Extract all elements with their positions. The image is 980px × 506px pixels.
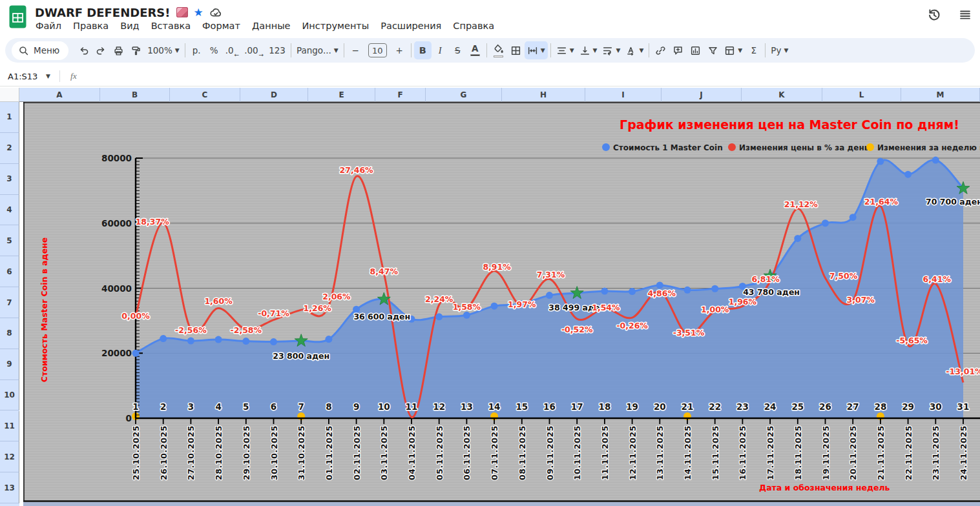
fill-color-button[interactable]	[490, 41, 507, 59]
row-header-2[interactable]: 2	[0, 133, 19, 164]
increase-font-size-button[interactable]: +	[391, 41, 408, 59]
price-point	[711, 285, 718, 292]
daily-change-label: 1,97%	[508, 299, 536, 309]
star-icon[interactable]: ★	[194, 7, 203, 18]
name-box[interactable]: A1:S13 ▼	[0, 72, 56, 81]
strikethrough-button[interactable]: S	[449, 41, 466, 59]
column-header-M[interactable]: M	[901, 88, 980, 102]
paint-format-button[interactable]	[127, 41, 145, 59]
menu-справка[interactable]: Справка	[447, 19, 500, 33]
increase-decimal-button[interactable]: .00→	[242, 41, 266, 59]
bold-button[interactable]: B	[414, 41, 432, 59]
column-header-B[interactable]: B	[100, 88, 170, 102]
column-header-F[interactable]: F	[375, 88, 426, 102]
text-color-button[interactable]: A	[466, 41, 484, 59]
column-header-A[interactable]: A	[19, 88, 100, 102]
daily-change-label: 3,07%	[847, 295, 875, 305]
redo-button[interactable]	[92, 41, 110, 59]
row-header-5[interactable]: 5	[0, 225, 19, 256]
insert-comment-button[interactable]	[669, 41, 687, 59]
date-label: 06.11.2025	[462, 425, 472, 480]
column-header-G[interactable]: G	[426, 88, 502, 102]
price-point	[491, 303, 498, 310]
menu-search[interactable]: Меню	[12, 41, 68, 60]
zoom-select[interactable]: 100%▼	[145, 41, 182, 59]
menu-правка[interactable]: Правка	[67, 19, 114, 33]
row-header-4[interactable]: 4	[0, 195, 19, 226]
menu-инструменты[interactable]: Инструменты	[297, 19, 375, 33]
input-tools-button[interactable]: Ру▼	[768, 41, 791, 59]
search-icon	[18, 45, 29, 56]
hide-menus-icon[interactable]	[958, 8, 972, 22]
row-header-6[interactable]: 6	[0, 256, 19, 287]
row-header-8[interactable]: 8	[0, 318, 19, 349]
decrease-font-size-button[interactable]: −	[347, 41, 364, 59]
next-row-sliver	[23, 502, 980, 506]
menu-вид[interactable]: Вид	[114, 19, 145, 33]
date-label: 29.10.2025	[242, 425, 251, 480]
column-header-L[interactable]: L	[822, 88, 901, 102]
print-button[interactable]	[110, 41, 127, 59]
italic-button[interactable]: I	[432, 41, 449, 59]
daily-change-label: -0,52%	[561, 325, 593, 334]
text-wrap-button[interactable]: ▼	[599, 41, 623, 59]
version-history-icon[interactable]	[927, 8, 941, 22]
create-filter-button[interactable]	[704, 41, 722, 59]
day-number-label: 3	[188, 401, 194, 412]
legend-swatch	[866, 143, 874, 151]
date-label: 18.11.2025	[793, 425, 803, 480]
price-annotation: 23 800 аден	[273, 351, 329, 361]
daily-change-label: -0,26%	[616, 321, 648, 330]
daily-change-label: 8,47%	[370, 267, 399, 276]
vertical-align-button[interactable]: ▼	[577, 41, 600, 59]
undo-button[interactable]	[75, 41, 92, 59]
more-formats-button[interactable]: 123	[266, 41, 288, 59]
column-header-D[interactable]: D	[240, 88, 308, 102]
insert-link-button[interactable]	[652, 41, 669, 59]
functions-button[interactable]: Σ	[745, 41, 762, 59]
row-header-12[interactable]: 12	[0, 441, 19, 472]
cloud-check-icon[interactable]	[209, 6, 222, 19]
date-label: 21.11.2025	[876, 425, 886, 480]
row-header-10[interactable]: 10	[0, 380, 19, 411]
row-header-13[interactable]: 13	[0, 472, 19, 503]
menu-файл[interactable]: Файл	[30, 19, 67, 33]
horizontal-align-button[interactable]: ▼	[554, 41, 577, 59]
column-header-C[interactable]: C	[170, 88, 240, 102]
chevron-down-icon: ▼	[784, 47, 788, 54]
date-label: 15.11.2025	[711, 425, 720, 480]
text-rotate-button[interactable]: ▼	[623, 41, 646, 59]
decrease-decimal-button[interactable]: .0←	[223, 41, 242, 59]
merge-cells-button[interactable]: ▼	[525, 41, 548, 59]
row-header-11[interactable]: 11	[0, 411, 19, 442]
google-sheets-app: DWARF DEFENDERS! ★ ФайлПравкаВидВставкаФ…	[0, 0, 980, 506]
column-header-K[interactable]: K	[742, 88, 822, 102]
sheets-logo-icon[interactable]	[9, 5, 26, 28]
font-size-input[interactable]: 10	[364, 41, 391, 59]
column-header-E[interactable]: E	[308, 88, 375, 102]
borders-button[interactable]	[507, 41, 525, 59]
date-label: 12.11.2025	[628, 425, 638, 480]
column-header-H[interactable]: H	[502, 88, 585, 102]
table-button[interactable]: ▼	[722, 41, 745, 59]
menu-расширения[interactable]: Расширения	[375, 19, 447, 33]
day-number-label: 27	[847, 401, 859, 412]
day-number-label: 25	[791, 401, 804, 412]
chart[interactable]: 23 800 аден36 600 аден38 499 аден43 780 …	[23, 102, 980, 506]
date-label: 08.11.2025	[517, 425, 527, 480]
insert-chart-button[interactable]	[687, 41, 704, 59]
column-header-J[interactable]: J	[662, 88, 742, 102]
select-all-corner[interactable]	[0, 88, 19, 102]
row-header-1[interactable]: 1	[0, 102, 19, 133]
font-select[interactable]: Pango...▼	[294, 41, 341, 59]
menu-данные[interactable]: Данные	[246, 19, 297, 33]
row-header-9[interactable]: 9	[0, 349, 19, 380]
column-header-I[interactable]: I	[585, 88, 662, 102]
currency-format-button[interactable]: р.	[188, 41, 205, 59]
document-title[interactable]: DWARF DEFENDERS!	[35, 6, 171, 19]
row-header-3[interactable]: 3	[0, 164, 19, 195]
row-header-7[interactable]: 7	[0, 287, 19, 318]
percent-format-button[interactable]: %	[205, 41, 223, 59]
menu-формат[interactable]: Формат	[196, 19, 246, 33]
menu-вставка[interactable]: Вставка	[145, 19, 196, 33]
